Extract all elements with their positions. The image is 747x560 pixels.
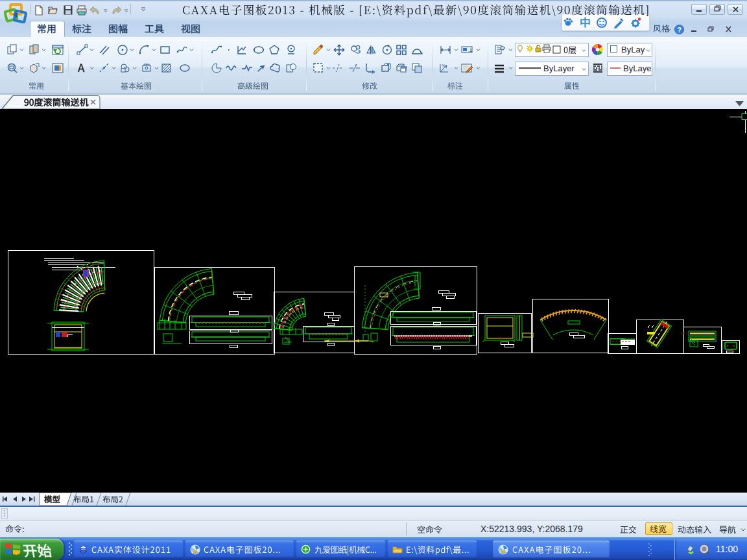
svg-text:Y: Y bbox=[442, 64, 445, 68]
svg-text:?: ? bbox=[677, 26, 682, 34]
svg-text:.1: .1 bbox=[468, 48, 472, 52]
